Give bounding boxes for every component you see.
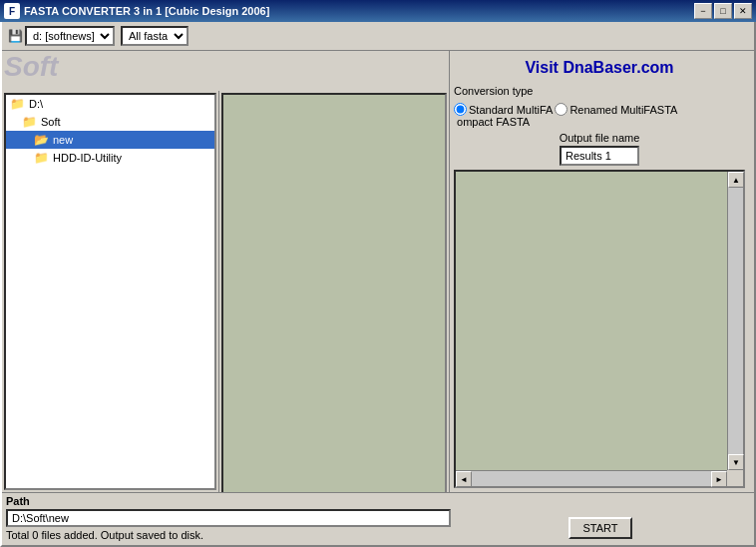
tree-item[interactable]: 📁Soft [6,113,214,131]
radio-standard-label: Standard MultiFA [469,104,553,116]
horizontal-scrollbar[interactable]: ◄ ► [456,470,727,486]
filter-dropdown[interactable]: All fasta [121,26,189,46]
file-list-panel [219,91,449,492]
left-section: Soft 📁D:\📁Soft📂new📁HDD-ID-Utility [2,51,449,492]
tree-item[interactable]: 📁D:\ [6,95,214,113]
tree-item-label: HDD-ID-Utility [53,152,122,164]
scroll-left-button[interactable]: ◄ [456,471,472,487]
scroll-up-button[interactable]: ▲ [728,172,744,188]
main-window: 💾 d: [softnews] All fasta Soft [0,22,756,547]
window-controls: − □ ✕ [694,3,752,19]
path-input[interactable] [6,509,451,527]
drive-selector: 💾 d: [softnews] [8,26,115,46]
start-button[interactable]: START [568,517,631,539]
bottom-panel: Path Total 0 files added. Output saved t… [2,492,754,545]
scroll-right-button[interactable]: ► [711,471,727,487]
tree-item-label: D:\ [29,98,43,110]
main-content: Soft 📁D:\📁Soft📂new📁HDD-ID-Utility [2,51,754,492]
watermark-area: Soft [2,51,449,91]
folder-icon: 📁 [22,115,37,129]
scroll-corner [727,470,743,486]
visit-header: Visit DnaBaser.com [454,55,745,81]
title-bar: F FASTA CONVERTER 3 in 1 [Cubic Design 2… [0,0,756,22]
right-bottom: START [451,517,750,543]
scroll-track-v[interactable] [728,188,743,454]
path-label: Path [6,495,30,507]
output-area: ▲ ▼ ◄ ► [454,170,745,488]
radio-renamed[interactable]: Renamed MultiFASTA [555,103,677,116]
file-tree[interactable]: 📁D:\📁Soft📂new📁HDD-ID-Utility [4,93,216,490]
scroll-down-button[interactable]: ▼ [728,454,744,470]
tree-item[interactable]: 📂new [6,131,214,149]
scroll-track-h[interactable] [472,471,711,486]
radio-compact-label: ompact FASTA [454,116,530,128]
maximize-button[interactable]: □ [714,3,732,19]
app-title: FASTA CONVERTER 3 in 1 [Cubic Design 200… [24,5,269,17]
toolbar: 💾 d: [softnews] All fasta [2,22,754,51]
folder-icon: 📂 [34,133,49,147]
tree-item-label: Soft [41,116,61,128]
output-section: Output file name [454,132,745,166]
drive-dropdown[interactable]: d: [softnews] [25,26,115,46]
left-bottom: Path Total 0 files added. Output saved t… [6,495,451,543]
radio-compact[interactable]: ompact FASTA [454,116,530,128]
output-filename-input[interactable] [560,146,639,166]
watermark-text: Soft [4,53,58,81]
output-label: Output file name [560,132,640,144]
bottom-row: Path Total 0 files added. Output saved t… [6,495,750,543]
vertical-scrollbar[interactable]: ▲ ▼ [727,172,743,470]
app-icon: F [4,3,20,19]
tree-item-label: new [53,134,73,146]
title-bar-left: F FASTA CONVERTER 3 in 1 [Cubic Design 2… [4,3,269,19]
status-bar: Total 0 files added. Output saved to dis… [6,527,451,543]
folder-icon: 📁 [10,97,25,111]
file-list[interactable] [221,93,447,492]
drive-icon: 💾 [8,29,23,43]
conversion-type-label: Conversion type [454,85,745,97]
right-panel: Visit DnaBaser.com Conversion type Stand… [450,51,749,492]
radio-renamed-label: Renamed MultiFASTA [569,104,677,116]
folder-icon: 📁 [34,151,49,165]
radio-renamed-input[interactable] [555,103,567,116]
path-section: Path [6,495,451,507]
minimize-button[interactable]: − [694,3,712,19]
tree-item[interactable]: 📁HDD-ID-Utility [6,149,214,167]
close-button[interactable]: ✕ [734,3,752,19]
radio-standard[interactable]: Standard MultiFA [454,103,553,116]
file-tree-panel: 📁D:\📁Soft📂new📁HDD-ID-Utility [2,91,219,492]
radio-standard-input[interactable] [454,103,467,116]
app-icon-letter: F [9,6,15,17]
radio-group: Standard MultiFA Renamed MultiFASTA ompa… [454,103,745,128]
